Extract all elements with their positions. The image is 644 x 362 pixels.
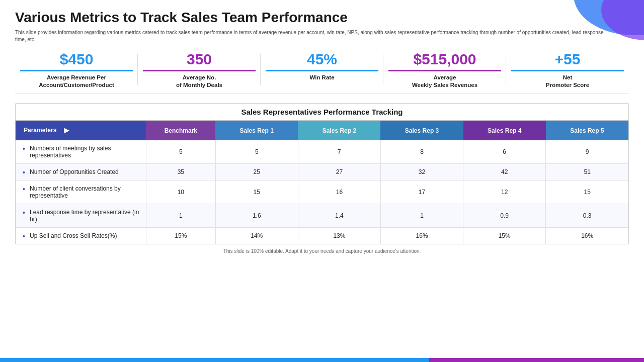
rep3-cell-3: 17 xyxy=(380,180,463,204)
metric-item-2: 350 Average No.of Monthly Deals xyxy=(138,50,261,89)
metric-value-2: 350 xyxy=(143,50,256,68)
rep1-cell-5: 14% xyxy=(215,228,298,244)
metric-value-5: +55 xyxy=(511,50,624,68)
metric-underline-5 xyxy=(511,70,624,71)
rep1-cell-3: 15 xyxy=(215,180,298,204)
header-rep4: Sales Rep 4 xyxy=(463,121,546,140)
metric-item-1: $450 Average Revenue PerAccount/Customer… xyxy=(15,50,138,89)
table-container: Parameters ► Benchmark Sales Rep 1 Sales… xyxy=(16,121,628,244)
table-row: Number of client conversations by repres… xyxy=(16,180,628,204)
bottom-bar-blue xyxy=(0,358,429,362)
header-rep1: Sales Rep 1 xyxy=(215,121,298,140)
tracking-section: Sales Representatives Performance Tracki… xyxy=(15,103,629,244)
rep2-cell-2: 27 xyxy=(298,164,380,180)
table-row: Numbers of meetings by sales representat… xyxy=(16,140,628,164)
header-parameters: Parameters ► xyxy=(16,121,146,140)
metric-underline-1 xyxy=(20,70,133,71)
rep5-cell-5: 16% xyxy=(546,228,628,244)
rep4-cell-4: 0.9 xyxy=(463,204,546,228)
bottom-bar xyxy=(0,358,644,362)
metric-item-5: +55 NetPromoter Score xyxy=(506,50,629,89)
bench-cell-2: 35 xyxy=(146,164,215,180)
rep1-cell-1: 5 xyxy=(215,140,298,164)
rep3-cell-5: 16% xyxy=(380,228,463,244)
rep4-cell-5: 15% xyxy=(463,228,546,244)
page-subtitle: This slide provides information regardin… xyxy=(15,29,609,43)
metric-value-1: $450 xyxy=(20,50,133,68)
rep2-cell-1: 7 xyxy=(298,140,380,164)
performance-table: Parameters ► Benchmark Sales Rep 1 Sales… xyxy=(16,121,628,244)
tracking-title: Sales Representatives Performance Tracki… xyxy=(16,104,628,121)
rep1-cell-2: 25 xyxy=(215,164,298,180)
metric-value-4: $515,000 xyxy=(388,50,501,68)
header-rep2: Sales Rep 2 xyxy=(298,121,380,140)
bench-cell-1: 5 xyxy=(146,140,215,164)
rep4-cell-2: 42 xyxy=(463,164,546,180)
rep2-cell-4: 1.4 xyxy=(298,204,380,228)
header-rep5: Sales Rep 5 xyxy=(546,121,628,140)
param-cell-2: Number of Opportunities Created xyxy=(16,164,146,180)
rep5-cell-1: 9 xyxy=(546,140,628,164)
metrics-row: $450 Average Revenue PerAccount/Customer… xyxy=(15,50,629,95)
bench-cell-3: 10 xyxy=(146,180,215,204)
bottom-bar-purple xyxy=(429,358,644,362)
bench-cell-4: 1 xyxy=(146,204,215,228)
metric-item-4: $515,000 AverageWeekly Sales Revenues xyxy=(383,50,506,89)
rep4-cell-3: 12 xyxy=(463,180,546,204)
metric-label-4: AverageWeekly Sales Revenues xyxy=(388,74,501,89)
metric-underline-3 xyxy=(266,70,378,71)
metric-value-3: 45% xyxy=(266,50,378,68)
rep5-cell-3: 15 xyxy=(546,180,628,204)
metric-item-3: 45% Win Rate xyxy=(261,50,383,89)
param-cell-5: Up Sell and Cross Sell Rates(%) xyxy=(16,228,146,244)
metric-label-3: Win Rate xyxy=(266,74,378,81)
rep2-cell-3: 16 xyxy=(298,180,380,204)
param-cell-3: Number of client conversations by repres… xyxy=(16,180,146,204)
table-row: Number of Opportunities Created 35 25 27… xyxy=(16,164,628,180)
metric-label-2: Average No.of Monthly Deals xyxy=(143,74,256,89)
rep2-cell-5: 13% xyxy=(298,228,380,244)
table-row: Up Sell and Cross Sell Rates(%) 15% 14% … xyxy=(16,228,628,244)
rep1-cell-4: 1.6 xyxy=(215,204,298,228)
parameters-arrow-icon: ► xyxy=(62,125,71,136)
param-cell-1: Numbers of meetings by sales representat… xyxy=(16,140,146,164)
param-cell-4: Lead response time by representative (in… xyxy=(16,204,146,228)
rep5-cell-2: 51 xyxy=(546,164,628,180)
metric-label-1: Average Revenue PerAccount/Customer/Prod… xyxy=(20,74,133,89)
rep3-cell-1: 8 xyxy=(380,140,463,164)
metric-underline-4 xyxy=(388,70,501,71)
footer-text: This slide is 100% editable. Adapt it to… xyxy=(15,248,629,254)
page-wrapper: Various Metrics to Track Sales Team Perf… xyxy=(0,0,644,362)
rep3-cell-4: 1 xyxy=(380,204,463,228)
header-rep3: Sales Rep 3 xyxy=(380,121,463,140)
header-benchmark: Benchmark xyxy=(146,121,215,140)
metric-label-5: NetPromoter Score xyxy=(511,74,624,89)
rep5-cell-4: 0.3 xyxy=(546,204,628,228)
bench-cell-5: 15% xyxy=(146,228,215,244)
rep3-cell-2: 32 xyxy=(380,164,463,180)
table-row: Lead response time by representative (in… xyxy=(16,204,628,228)
page-title: Various Metrics to Track Sales Team Perf… xyxy=(15,9,629,26)
rep4-cell-1: 6 xyxy=(463,140,546,164)
metric-underline-2 xyxy=(143,70,256,71)
